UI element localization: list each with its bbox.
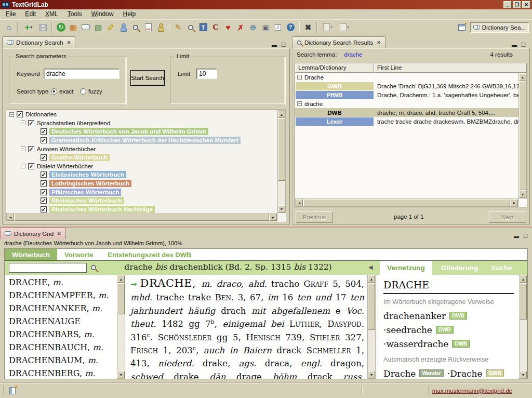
image-link-editor-button[interactable]: ▨ xyxy=(92,21,104,34)
favorites-button[interactable]: ♥ xyxy=(222,21,234,34)
scrollbar-thumb[interactable] xyxy=(15,214,269,221)
start-search-button[interactable]: Start Search xyxy=(130,70,165,86)
checkbox[interactable]: ✓ xyxy=(41,189,47,195)
tree-vertical-scrollbar[interactable]: ▲ ▼ xyxy=(277,110,286,213)
grid-search-input[interactable] xyxy=(9,263,87,273)
menu-help[interactable]: Help xyxy=(118,9,140,19)
scroll-up-icon[interactable]: ▲ xyxy=(368,275,375,283)
scrollbar-thumb[interactable] xyxy=(278,118,285,181)
import-button[interactable]: ▾ xyxy=(320,21,336,34)
wordlist-scrollbar[interactable]: ▲ ▼ xyxy=(117,275,125,379)
search-results-button[interactable] xyxy=(184,21,197,34)
result-row-gwb[interactable]: GWB Drache 'Drach' DjG31,369 Mitsch2 246… xyxy=(295,82,527,90)
expander-icon[interactable]: − xyxy=(297,101,302,106)
scroll-up-icon[interactable]: ▲ xyxy=(519,73,526,81)
result-row-lexer[interactable]: Lexer trache tracke drache drackeswm. BM… xyxy=(295,117,527,126)
save-button[interactable] xyxy=(37,21,49,34)
results-vertical-scrollbar[interactable]: ▲ ▼ xyxy=(518,73,527,198)
scrollbar-thumb[interactable] xyxy=(519,81,526,190)
checkbox[interactable]: ✓ xyxy=(41,180,47,187)
export-button[interactable]: ▾ xyxy=(336,21,353,34)
collapse-sidebar-icon[interactable]: ◀ xyxy=(368,264,373,271)
tree-item-dialekt[interactable]: − ✓ Dialekt Wörterbücher xyxy=(6,162,286,171)
tree-item-lothringisches[interactable]: ✓ Lothringisches Wörterbuch xyxy=(6,179,286,188)
maximize-view-icon[interactable]: ☐ xyxy=(523,233,528,239)
tree-item-rheinisches[interactable]: ✓ Rheinisches Wörterbuch xyxy=(6,196,286,205)
tab-woerterbuch[interactable]: Wörterbuch xyxy=(5,249,57,260)
scroll-left-icon[interactable]: ◄ xyxy=(7,214,14,221)
tab-vorworte[interactable]: Vorworte xyxy=(57,249,100,260)
word-list-item[interactable]: DRACHENBAUM, m. xyxy=(6,354,116,367)
scroll-left-icon[interactable]: ◄ xyxy=(296,199,303,206)
radio-exact[interactable] xyxy=(51,88,57,95)
help-button[interactable]: ? xyxy=(284,21,297,34)
column-first-line[interactable]: First Line xyxy=(374,63,527,73)
tree-item-autoren[interactable]: − ✓ Autoren Wörterbücher xyxy=(6,144,286,153)
menu-xml[interactable]: XML xyxy=(41,9,63,19)
fast-view-icon[interactable] xyxy=(9,387,16,394)
tab-dictionary-grid[interactable]: Dictionary Grid ✕ xyxy=(0,228,66,239)
checkbox[interactable]: ✓ xyxy=(41,171,47,178)
close-tab-icon[interactable]: ✕ xyxy=(376,40,381,45)
restore-button[interactable]: ❐ xyxy=(513,1,521,8)
result-row-dwb-selected[interactable]: DWB drache, m. draco, ahd. tracho Graff … xyxy=(295,108,527,117)
info-button[interactable]: i xyxy=(272,21,284,34)
open-perspective-button[interactable] xyxy=(456,23,468,32)
reference-link[interactable]: drachenanker xyxy=(383,311,446,321)
home-button[interactable]: ⌂ xyxy=(3,21,15,34)
result-group-row[interactable]: − Drache xyxy=(295,73,527,82)
tree-item-dictionaries[interactable]: − ✓ Dictionaries xyxy=(6,110,286,119)
menu-file[interactable]: File xyxy=(1,9,20,19)
xml-editor-button[interactable]: xml xyxy=(142,21,154,34)
scroll-up-icon[interactable]: ▲ xyxy=(117,275,125,283)
logged-in-user-link[interactable]: max.mustermann@textgrid.de xyxy=(432,388,512,394)
checkbox[interactable]: ✓ xyxy=(41,206,47,213)
template-button[interactable]: T xyxy=(197,21,209,34)
next-page-button[interactable]: Next xyxy=(489,211,526,223)
scroll-down-icon[interactable]: ▼ xyxy=(117,371,125,378)
limit-input[interactable] xyxy=(196,69,217,79)
sidebar-scrollbar[interactable]: ▲ ▼ xyxy=(519,275,527,379)
tree-item-pfaelzisches[interactable]: ✓ Pfälzisches Wörterbuch xyxy=(6,188,286,196)
checkbox[interactable]: ✓ xyxy=(17,111,23,117)
checkbox[interactable]: ✓ xyxy=(28,163,34,169)
word-list-item[interactable]: DRACHENBERG, m. xyxy=(6,367,116,379)
minimize-view-icon[interactable]: ▬ xyxy=(272,42,277,48)
window-view-button[interactable]: ▣ xyxy=(259,21,272,34)
side-tab-vernetzung[interactable]: Vernetzung xyxy=(380,261,432,275)
scroll-right-icon[interactable]: ► xyxy=(270,214,277,221)
article-scrollbar[interactable]: ▲ ▼ xyxy=(367,275,376,379)
search-lemma-value[interactable]: drache xyxy=(344,51,362,58)
annotations-button[interactable]: ✗ xyxy=(234,21,247,34)
scroll-down-icon[interactable]: ▼ xyxy=(519,191,526,198)
project-admin-button[interactable] xyxy=(117,21,129,34)
previous-page-button[interactable]: Previous xyxy=(296,211,333,223)
scrollbar-thumb[interactable] xyxy=(117,283,125,314)
tab-dictionary-search-results[interactable]: Dictionary Search Results ✕ xyxy=(292,36,385,48)
expander-icon[interactable]: − xyxy=(21,164,25,168)
grid-search-icon[interactable] xyxy=(91,265,96,270)
dashboard-button[interactable]: ▦ xyxy=(67,21,79,34)
delete-button[interactable]: ✖ xyxy=(302,21,314,34)
checkbox[interactable]: ✓ xyxy=(28,120,34,126)
minimize-view-icon[interactable]: ▬ xyxy=(512,42,517,48)
character-set-button[interactable]: C xyxy=(209,21,222,34)
scroll-up-icon[interactable]: ▲ xyxy=(278,111,285,118)
maximize-view-icon[interactable]: ☐ xyxy=(521,42,526,48)
scroll-right-icon[interactable]: ► xyxy=(511,199,518,206)
scrollbar-thumb[interactable] xyxy=(520,283,527,320)
aggregations-button[interactable] xyxy=(104,21,117,34)
new-object-button[interactable]: +▾ xyxy=(20,21,37,34)
search-button[interactable] xyxy=(129,21,142,34)
tree-item-sprachstadien[interactable]: − ✓ Sprachstadien übergreifend xyxy=(6,119,286,128)
menu-edit[interactable]: Edit xyxy=(20,9,41,19)
keyword-input[interactable] xyxy=(44,69,119,79)
radio-fuzzy[interactable] xyxy=(80,88,86,95)
word-list-item[interactable]: DRACHENANKER, m. xyxy=(6,302,116,315)
tab-dictionary-search[interactable]: Dictionary Search ✕ xyxy=(2,36,75,48)
user-admin-button[interactable] xyxy=(154,21,167,34)
scroll-up-icon[interactable]: ▲ xyxy=(520,275,527,283)
navigator-button[interactable]: ⊕ xyxy=(247,21,259,34)
tree-item-goethe[interactable]: ✓ Goethe-Wörterbuch xyxy=(6,153,286,162)
checkbox[interactable]: ✓ xyxy=(41,137,47,143)
